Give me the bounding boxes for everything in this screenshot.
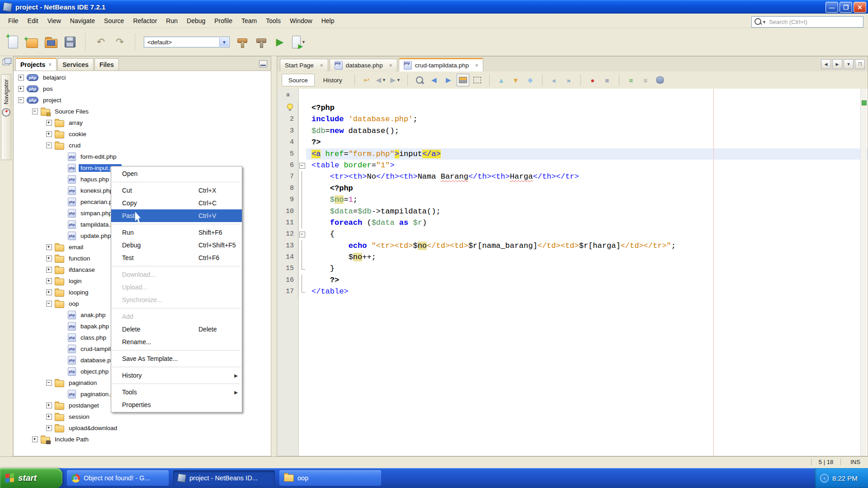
tree-row[interactable]: phpbelajarci	[14, 72, 271, 83]
rectangular-selection-icon[interactable]	[471, 74, 484, 86]
hint-bulb-icon[interactable]	[287, 104, 293, 109]
code-line[interactable]: 10 $data=$db->tampildata();	[277, 206, 868, 217]
close-button[interactable]: ✕	[854, 2, 866, 13]
menu-window[interactable]: Window	[285, 15, 317, 26]
editor-tab-start-page[interactable]: Start Page×	[280, 59, 328, 71]
find-previous-icon[interactable]: ◀	[428, 74, 440, 86]
close-tab-icon[interactable]: ×	[320, 62, 323, 69]
quick-search-input[interactable]: ▼ Search (Ctrl+I)	[751, 16, 863, 28]
collapse-icon[interactable]	[46, 380, 52, 386]
menu-navigate[interactable]: Navigate	[66, 15, 99, 26]
collapse-icon[interactable]	[46, 301, 52, 307]
tree-row[interactable]: session	[14, 411, 271, 422]
redo-icon[interactable]: ↷	[113, 35, 127, 49]
menu-item-download[interactable]: Download...	[111, 268, 242, 281]
tree-row[interactable]: upload&download	[14, 422, 271, 434]
menu-item-save-as-template[interactable]: Save As Template...	[111, 352, 242, 365]
memory-view-icon[interactable]	[654, 74, 666, 86]
navigator-dock-tab[interactable]: Navigator	[1, 74, 11, 160]
build-project-icon[interactable]	[235, 35, 249, 49]
menu-item-delete[interactable]: DeleteDelete	[111, 323, 242, 336]
tab-list-icon[interactable]: ▼	[844, 59, 854, 69]
undo-icon[interactable]: ↶	[94, 35, 108, 49]
code-line[interactable]: 7 <tr><th>No</th><th>Nama Barang</th><th…	[277, 171, 868, 182]
menu-item-synchronize[interactable]: Synchronize...	[111, 294, 242, 306]
new-project-icon[interactable]	[25, 35, 39, 49]
run-project-icon[interactable]: ▶	[273, 35, 287, 49]
combo-dropdown-icon[interactable]: ▼	[219, 38, 229, 47]
expand-icon[interactable]	[46, 256, 52, 261]
tray-expand-icon[interactable]: ‹	[820, 474, 829, 483]
toggle-bookmark-icon[interactable]: ◆	[524, 74, 537, 86]
collapse-icon[interactable]	[18, 97, 24, 103]
menu-item-add[interactable]: Add	[111, 310, 242, 323]
macro-record-icon[interactable]: ●	[586, 74, 599, 86]
expand-icon[interactable]	[46, 267, 52, 273]
menu-run[interactable]: Run	[161, 15, 182, 26]
open-project-icon[interactable]	[44, 35, 58, 49]
code-line[interactable]: 3$db=new database();	[277, 125, 868, 137]
menu-item-debug[interactable]: DebugCtrl+Shift+F5	[111, 239, 242, 251]
next-bookmark-icon[interactable]: ▼	[509, 74, 522, 86]
code-line[interactable]: 8 <?php	[277, 183, 868, 194]
taskbar-task-netbeans[interactable]: project - NetBeans ID...	[173, 470, 275, 486]
forward-icon[interactable]: ▶▼	[389, 74, 402, 86]
menu-item-properties[interactable]: Properties	[111, 398, 242, 411]
menu-item-paste[interactable]: PasteCtrl+V	[111, 209, 242, 222]
close-tab-icon[interactable]: ×	[48, 62, 52, 68]
tree-row[interactable]: phpform-edit.php	[14, 151, 271, 162]
find-selection-icon[interactable]	[413, 74, 426, 86]
code-line[interactable]: 14 $no++;	[277, 251, 868, 263]
menu-item-cut[interactable]: CutCtrl+X	[111, 184, 242, 197]
expand-icon[interactable]	[46, 403, 52, 408]
menu-item-history[interactable]: History▶	[111, 369, 242, 382]
expand-icon[interactable]	[32, 436, 38, 442]
taskbar-task-folder[interactable]: oop	[279, 470, 381, 486]
code-line[interactable]: 2include 'database.php';	[277, 114, 868, 125]
new-file-icon[interactable]	[6, 35, 20, 49]
tab-files[interactable]: Files	[94, 58, 119, 71]
minimize-button[interactable]: —	[826, 2, 838, 13]
tree-row[interactable]: cookie	[14, 128, 271, 140]
shift-left-icon[interactable]: «	[548, 74, 561, 86]
expand-icon[interactable]	[46, 414, 52, 420]
menu-item-tools[interactable]: Tools▶	[111, 386, 242, 398]
menu-item-open[interactable]: Open	[111, 167, 242, 180]
menu-refactor[interactable]: Refactor	[128, 15, 161, 26]
view-tab-source[interactable]: Source	[282, 74, 315, 86]
shift-right-icon[interactable]: »	[562, 74, 575, 86]
code-editor[interactable]: a <?php2include 'database.php';3$db=new …	[277, 89, 868, 456]
config-select[interactable]: <default>▼	[144, 37, 230, 47]
search-dropdown-icon[interactable]: ▼	[762, 20, 766, 24]
scroll-tabs-left-icon[interactable]: ◀	[821, 59, 831, 69]
expand-icon[interactable]	[18, 75, 24, 81]
menu-view[interactable]: View	[43, 15, 66, 26]
menu-help[interactable]: Help	[317, 15, 339, 26]
comment-icon[interactable]: ≡	[625, 74, 637, 86]
code-line[interactable]: 12 {	[277, 228, 868, 240]
code-line[interactable]: 6<table border="1">	[277, 160, 868, 171]
view-tab-history[interactable]: History	[316, 74, 349, 86]
find-next-icon[interactable]: ▶	[442, 74, 455, 86]
collapse-icon[interactable]	[46, 142, 52, 148]
expand-icon[interactable]	[46, 131, 52, 137]
expand-icon[interactable]	[46, 278, 52, 284]
code-line[interactable]: 17</table>	[277, 286, 868, 297]
code-fold-icon[interactable]	[299, 232, 305, 237]
code-line[interactable]: 15 }	[277, 263, 868, 274]
editor-tab-database-php[interactable]: phpdatabase.php×	[330, 59, 397, 71]
save-all-icon[interactable]	[63, 35, 77, 49]
code-line[interactable]: 11 foreach ($data as $r)	[277, 217, 868, 228]
code-fold-icon[interactable]	[299, 163, 305, 169]
maximize-button[interactable]: ❐	[840, 2, 852, 13]
menu-source[interactable]: Source	[99, 15, 128, 26]
menu-item-rename[interactable]: Rename...	[111, 336, 242, 348]
menu-item-run[interactable]: RunShift+F6	[111, 226, 242, 239]
code-line[interactable]: 5<a href="form.php">input</a>	[277, 148, 868, 160]
tree-row[interactable]: phpproject	[14, 95, 271, 106]
dropdown-caret-icon[interactable]: ▼	[396, 78, 401, 82]
menu-item-upload[interactable]: Upload...	[111, 281, 242, 294]
taskbar-task-chrome[interactable]: Object not found! - G...	[67, 470, 169, 486]
scroll-tabs-right-icon[interactable]: ▶	[832, 59, 842, 69]
previous-bookmark-icon[interactable]: ▲	[495, 74, 508, 86]
